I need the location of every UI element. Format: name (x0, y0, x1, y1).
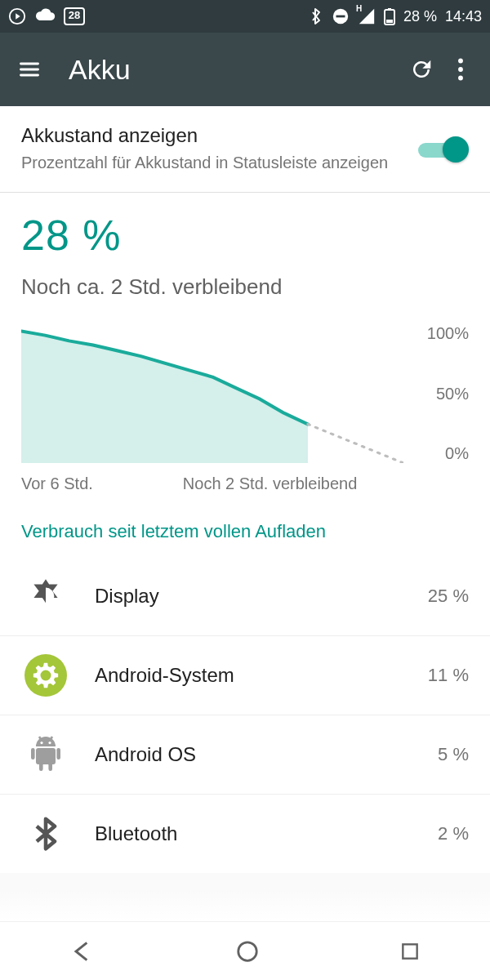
usage-label: Android-System (95, 664, 428, 687)
calendar-icon: 28 (64, 7, 85, 25)
battery-icon (384, 7, 395, 25)
overflow-button[interactable] (441, 50, 480, 89)
home-icon (235, 939, 260, 964)
svg-point-10 (458, 76, 463, 81)
dnd-icon (332, 7, 350, 25)
page-title: Akku (69, 54, 402, 86)
usage-label: Bluetooth (95, 822, 438, 845)
svg-point-21 (48, 742, 51, 744)
usage-label: Display (95, 585, 428, 608)
nav-back-button[interactable] (69, 938, 96, 964)
more-vert-icon (457, 58, 464, 81)
usage-pct: 5 % (438, 744, 469, 765)
xlabel-right: Noch 2 Std. verbleibend (183, 474, 357, 493)
svg-point-22 (238, 942, 257, 960)
nav-bar (0, 921, 490, 980)
svg-point-12 (24, 654, 67, 697)
ytick-0: 0% (445, 444, 469, 463)
android-icon (21, 730, 70, 779)
brightness-icon (21, 572, 70, 621)
battery-percent: 28 % (21, 211, 469, 260)
svg-rect-23 (403, 944, 416, 958)
svg-rect-15 (56, 748, 60, 760)
ytick-100: 100% (427, 324, 469, 343)
back-icon (69, 938, 96, 964)
usage-row-android-system[interactable]: Android-System11 % (0, 636, 490, 715)
battery-chart[interactable]: 100% 50% 0% Vor 6 Std. Noch 2 Std. verbl… (0, 308, 490, 500)
usage-pct: 11 % (428, 665, 469, 686)
bluetooth-icon (309, 7, 323, 25)
show-percent-toggle-row[interactable]: Akkustand anzeigen Prozentzahl für Akkus… (0, 106, 490, 192)
svg-rect-4 (336, 16, 345, 18)
ytick-50: 50% (436, 385, 469, 403)
usage-row-display[interactable]: Display25 % (0, 557, 490, 635)
bluetooth-icon (21, 809, 70, 858)
status-bar: 28 H 28 % 14:43 (0, 0, 490, 33)
svg-point-9 (458, 67, 463, 72)
chart-x-axis: Vor 6 Std. Noch 2 Std. verbleibend (21, 474, 469, 493)
usage-label: Android OS (95, 743, 438, 766)
chart-y-axis: 100% 50% 0% (403, 324, 469, 463)
refresh-button[interactable] (402, 50, 441, 89)
usage-row-bluetooth[interactable]: Bluetooth2 % (0, 795, 490, 873)
refresh-icon (409, 57, 434, 82)
svg-marker-1 (16, 13, 20, 19)
xlabel-left: Vor 6 Std. (21, 474, 93, 493)
battery-summary[interactable]: 28 % Noch ca. 2 Std. verbleibend (0, 193, 490, 308)
usage-pct: 25 % (428, 586, 469, 607)
svg-point-20 (40, 742, 42, 744)
nav-home-button[interactable] (235, 939, 260, 964)
status-time: 14:43 (445, 8, 482, 25)
status-battery-pct: 28 % (403, 8, 437, 25)
svg-point-8 (458, 59, 463, 64)
svg-rect-7 (386, 20, 393, 23)
toggle-subtitle: Prozentzahl für Akkustand in Statusleist… (21, 152, 418, 174)
svg-rect-14 (31, 748, 35, 760)
hamburger-icon (18, 58, 41, 81)
svg-rect-13 (36, 748, 56, 764)
usage-pct: 2 % (438, 823, 469, 844)
svg-rect-17 (48, 763, 52, 771)
svg-rect-16 (39, 763, 43, 771)
usage-row-android-os[interactable]: Android OS5 % (0, 715, 490, 794)
nav-recent-button[interactable] (399, 941, 421, 962)
svg-marker-11 (21, 332, 308, 464)
battery-remaining: Noch ca. 2 Std. verbleibend (21, 274, 469, 300)
usage-since-header: Verbrauch seit letztem vollen Aufladen (0, 500, 490, 557)
toggle-title: Akkustand anzeigen (21, 124, 418, 147)
app-bar: Akku (0, 33, 490, 106)
usage-list: Display25 %Android-System11 %Android OS5… (0, 557, 490, 873)
menu-button[interactable] (10, 50, 49, 89)
play-icon (8, 7, 26, 25)
toggle-switch[interactable] (418, 135, 469, 164)
calendar-badge: 28 (64, 9, 85, 21)
recent-icon (399, 941, 421, 962)
cloud-icon (34, 7, 56, 25)
gear-icon (21, 651, 70, 700)
signal-icon: H (358, 7, 376, 25)
svg-rect-6 (388, 8, 391, 10)
